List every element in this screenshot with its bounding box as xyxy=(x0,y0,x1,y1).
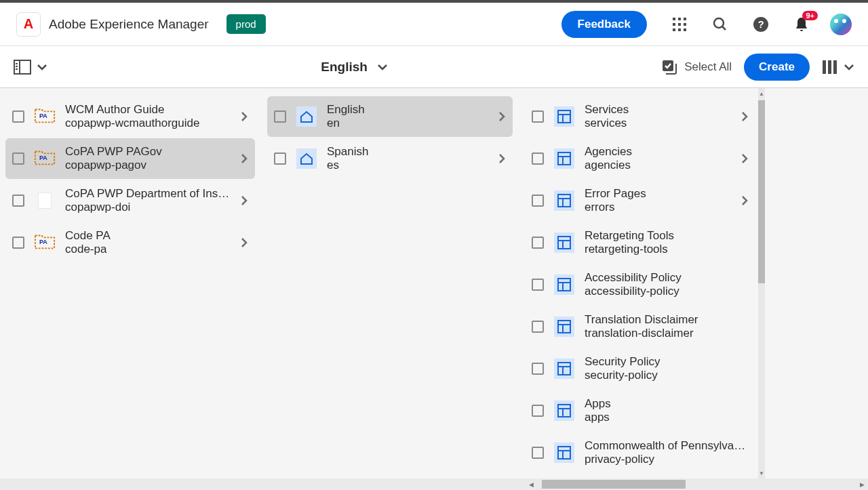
view-mode-switcher[interactable] xyxy=(822,60,854,75)
select-all-button[interactable]: Select All xyxy=(661,59,732,75)
checkbox[interactable] xyxy=(12,237,24,249)
item-type-icon xyxy=(553,232,575,253)
item-name: copapwp-wcmauthorguide xyxy=(65,117,237,130)
scroll-up-arrow[interactable]: ▲ xyxy=(758,89,765,98)
horizontal-scrollbar[interactable]: ◀ ▶ xyxy=(0,478,868,490)
scroll-left-arrow[interactable]: ◀ xyxy=(526,478,536,490)
checkbox[interactable] xyxy=(12,110,24,123)
svg-rect-20 xyxy=(828,60,831,74)
svg-rect-28 xyxy=(558,195,570,207)
item-text: Spanishes xyxy=(327,145,495,172)
svg-line-10 xyxy=(722,26,726,30)
item-title: CoPA PWP Department of Ins… xyxy=(65,187,237,201)
item-type-icon xyxy=(296,148,317,169)
list-item[interactable]: PACode PAcode-pa xyxy=(5,222,255,263)
checkbox[interactable] xyxy=(274,152,286,165)
item-title: Error Pages xyxy=(585,187,738,201)
chevron-right-icon xyxy=(741,195,749,207)
item-type-icon xyxy=(553,274,575,295)
svg-rect-3 xyxy=(673,23,675,26)
item-name: copapwp-doi xyxy=(65,201,237,214)
checkbox[interactable] xyxy=(532,363,544,375)
item-title: Security Policy xyxy=(585,355,749,369)
chevron-down-icon xyxy=(377,64,388,70)
list-item[interactable]: Agenciesagencies xyxy=(525,138,755,179)
item-text: Agenciesagencies xyxy=(585,145,738,172)
list-item[interactable]: Translation Disclaimertranslation-discla… xyxy=(525,306,755,347)
chevron-right-icon xyxy=(240,195,248,207)
list-item[interactable]: Accessibility Policyaccessibility-policy xyxy=(525,264,755,305)
item-name: translation-disclaimer xyxy=(585,327,749,340)
list-item[interactable]: Spanishes xyxy=(267,138,513,179)
svg-rect-0 xyxy=(673,18,675,20)
item-title: English xyxy=(327,103,495,117)
checkbox[interactable] xyxy=(12,195,24,207)
item-type-icon xyxy=(553,190,575,211)
svg-rect-5 xyxy=(684,23,686,26)
item-type-icon xyxy=(553,400,575,422)
checkbox[interactable] xyxy=(532,321,544,333)
checkbox[interactable] xyxy=(532,195,544,207)
item-title: Agencies xyxy=(585,145,738,159)
item-type-icon xyxy=(553,358,575,380)
svg-rect-25 xyxy=(558,152,570,165)
vertical-scrollbar[interactable]: ▲ ▼ xyxy=(758,88,765,478)
chevron-right-icon xyxy=(741,152,749,165)
scroll-down-arrow[interactable]: ▼ xyxy=(758,469,765,477)
item-name: errors xyxy=(585,201,738,214)
checkbox[interactable] xyxy=(532,405,544,417)
chevron-right-icon xyxy=(240,237,248,249)
notification-badge: 9+ xyxy=(802,11,818,20)
checkbox[interactable] xyxy=(532,279,544,291)
breadcrumb-dropdown[interactable]: English xyxy=(321,60,388,75)
help-icon[interactable]: ? xyxy=(749,12,773,37)
checkbox[interactable] xyxy=(532,152,544,165)
list-item[interactable]: Servicesservices xyxy=(525,96,755,137)
item-name: privacy-policy xyxy=(585,453,749,466)
apps-grid-icon[interactable] xyxy=(667,12,692,37)
list-item[interactable]: PACoPA PWP PAGovcopapwp-pagov xyxy=(5,138,255,179)
chevron-right-icon xyxy=(240,152,248,165)
list-item[interactable]: Error Pageserrors xyxy=(525,180,755,221)
item-text: Error Pageserrors xyxy=(585,187,738,214)
checkbox[interactable] xyxy=(12,152,24,165)
bell-icon[interactable]: 9+ xyxy=(789,12,814,37)
svg-rect-37 xyxy=(558,321,570,333)
adobe-logo[interactable]: A xyxy=(16,12,41,37)
select-all-label: Select All xyxy=(684,60,732,74)
svg-rect-6 xyxy=(673,28,675,31)
checkbox[interactable] xyxy=(274,110,286,123)
scroll-right-arrow[interactable]: ▶ xyxy=(857,478,867,490)
item-name: code-pa xyxy=(65,243,237,256)
item-text: Commonwealth of Pennsylvan…privacy-polic… xyxy=(585,439,749,466)
global-header: A Adobe Experience Manager prod Feedback… xyxy=(0,3,868,46)
adobe-logo-glyph: A xyxy=(24,16,33,32)
list-item[interactable]: Security Policysecurity-policy xyxy=(525,348,755,389)
avatar[interactable] xyxy=(830,14,852,35)
list-item[interactable]: CoPA PWP Department of Ins…copapwp-doi xyxy=(5,180,255,221)
item-text: CoPA PWP PAGovcopapwp-pagov xyxy=(65,145,237,172)
svg-rect-21 xyxy=(833,60,837,74)
create-button[interactable]: Create xyxy=(744,54,810,81)
checkbox[interactable] xyxy=(532,237,544,249)
item-text: Servicesservices xyxy=(585,103,738,130)
list-item[interactable]: Commonwealth of Pennsylvan…privacy-polic… xyxy=(525,432,755,473)
list-item[interactable]: Appsapps xyxy=(525,390,755,431)
breadcrumb-current: English xyxy=(321,60,368,75)
list-item[interactable]: Retargeting Toolsretargeting-tools xyxy=(525,222,755,263)
item-type-icon xyxy=(553,106,575,127)
scrollbar-thumb[interactable] xyxy=(758,100,765,283)
rail-toggle[interactable] xyxy=(14,60,47,75)
list-item[interactable]: PAWCM Author Guidecopapwp-wcmauthorguide xyxy=(5,96,255,137)
search-icon[interactable] xyxy=(708,12,732,37)
item-name: apps xyxy=(585,411,749,424)
svg-rect-7 xyxy=(678,28,681,31)
feedback-button[interactable]: Feedback xyxy=(561,11,647,38)
list-item[interactable]: Englishen xyxy=(267,96,513,137)
scrollbar-thumb[interactable] xyxy=(542,480,686,489)
chevron-right-icon xyxy=(498,110,506,123)
item-name: copapwp-pagov xyxy=(65,159,237,172)
svg-rect-46 xyxy=(558,447,570,459)
checkbox[interactable] xyxy=(532,447,544,459)
checkbox[interactable] xyxy=(532,110,544,123)
